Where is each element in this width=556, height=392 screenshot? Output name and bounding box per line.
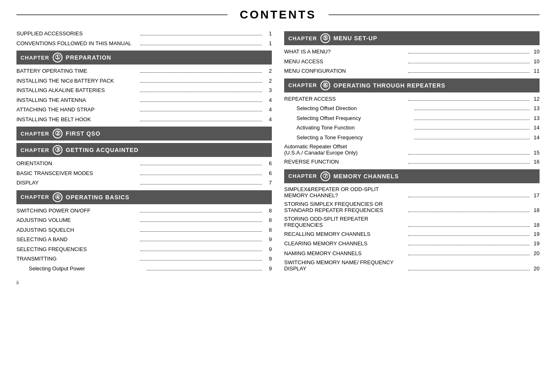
toc-dots	[414, 110, 530, 110]
chapter-title: GETTING ACQUAINTED	[66, 147, 139, 153]
toc-entry: CLEARING MEMORY CHANNELS19	[284, 239, 540, 249]
toc-page-number: 8	[264, 226, 272, 234]
chapter-title: OPERATING THROUGH REPEATERS	[334, 82, 445, 89]
toc-entry: STORING SIMPLEX FREQUENCIES ORSTANDARD R…	[284, 200, 540, 214]
toc-label: CONVENTIONS FOLLOWED IN THIS MANUAL	[16, 39, 139, 48]
footer: ii	[16, 280, 540, 286]
toc-dots	[408, 100, 530, 101]
toc-entry: DISPLAY7	[16, 178, 272, 188]
toc-label: BATTERY OPERATING TIME	[16, 67, 139, 75]
toc-dots	[408, 212, 530, 212]
toc-dots	[140, 35, 262, 35]
chapter-header: CHAPTER④OPERATING BASICS	[16, 190, 272, 204]
toc-label: SIMPLEX&REPEATER OR ODD-SPLITMEMORY CHAN…	[284, 186, 406, 198]
toc-label: REPEATER ACCESS	[284, 95, 406, 103]
chapter-title: MENU SET-UP	[334, 35, 378, 42]
toc-page-number: 17	[531, 192, 540, 198]
toc-entry: Selecting a Tone Frequency14	[284, 133, 540, 143]
toc-label: SWITCHING MEMORY NAME/ FREQUENCYDISPLAY	[284, 259, 406, 272]
toc-dots	[408, 154, 530, 154]
toc-label: Activating Tone Function	[297, 124, 412, 132]
toc-page-number: 15	[531, 150, 540, 156]
toc-entry: SWITCHING MEMORY NAME/ FREQUENCYDISPLAY2…	[284, 258, 540, 273]
toc-page-number: 4	[264, 115, 272, 124]
toc-dots	[140, 184, 262, 184]
toc-page-number: 13	[531, 104, 540, 113]
toc-label: ADJUSTING SQUELCH	[16, 226, 139, 234]
toc-dots	[408, 245, 530, 245]
toc-entry: ADJUSTING VOLUME8	[16, 215, 272, 225]
toc-label: RECALLING MEMORY CHANNELS	[284, 230, 406, 238]
toc-dots	[140, 231, 262, 232]
toc-label: INSTALLING THE BELT HOOK	[16, 115, 139, 124]
toc-page-number: 14	[531, 134, 540, 142]
toc-page-number: 1	[264, 39, 272, 48]
chapter-number: ①	[53, 53, 63, 62]
toc-page-number: 20	[531, 249, 540, 258]
toc-page-number: 10	[531, 58, 540, 66]
toc-page-number: 18	[531, 222, 540, 228]
toc-page-number: 12	[531, 95, 540, 103]
toc-entry: RECALLING MEMORY CHANNELS19	[284, 229, 540, 239]
toc-dots	[408, 163, 530, 164]
toc-dots	[414, 139, 530, 139]
chapter-label: CHAPTER	[21, 147, 49, 153]
toc-dots	[140, 221, 262, 222]
toc-entry: Selecting Offset Frequency13	[284, 113, 540, 123]
toc-page-number: 6	[264, 159, 272, 168]
toc-dots	[146, 270, 262, 270]
toc-entry: BATTERY OPERATING TIME2	[16, 66, 272, 76]
chapter-number: ⑤	[320, 33, 330, 43]
toc-label: BASIC TRANSCEIVER MODES	[16, 169, 139, 178]
toc-entry: MENU ACCESS10	[284, 57, 540, 67]
page-title: CONTENTS	[227, 8, 329, 21]
toc-page-number: 3	[264, 86, 272, 95]
chapter-label: CHAPTER	[21, 55, 49, 61]
toc-entry: Activating Tone Function14	[284, 123, 540, 133]
chapter-header: CHAPTER⑥OPERATING THROUGH REPEATERS	[284, 78, 540, 92]
toc-label: INSTALLING ALKALINE BATTERIES	[16, 86, 139, 95]
toc-entry: Selecting Output Power9	[16, 264, 272, 274]
footer-page-label: ii	[16, 280, 19, 286]
toc-label: SUPPLIED ACCESSORIES	[16, 30, 139, 38]
toc-label: SWITCHING POWER ON/OFF	[16, 207, 139, 215]
toc-label: STORING SIMPLEX FREQUENCIES ORSTANDARD R…	[284, 201, 406, 213]
chapter-label: CHAPTER	[21, 194, 49, 200]
toc-dots	[140, 121, 262, 121]
page-title-bar: CONTENTS	[16, 8, 540, 21]
left-column: SUPPLIED ACCESSORIES1CONVENTIONS FOLLOWE…	[16, 29, 272, 273]
chapter-label: CHAPTER	[288, 82, 317, 88]
toc-entry: SIMPLEX&REPEATER OR ODD-SPLITMEMORY CHAN…	[284, 185, 540, 200]
toc-page-number: 9	[264, 245, 272, 254]
toc-dots	[408, 255, 530, 255]
toc-label: Selecting a Tone Frequency	[297, 134, 412, 142]
toc-page-number: 11	[531, 67, 540, 75]
toc-entry: INSTALLING THE NiCd BATTERY PACK2	[16, 76, 272, 86]
chapter-header: CHAPTER⑤MENU SET-UP	[284, 31, 540, 45]
toc-dots	[408, 270, 530, 270]
toc-page-number: 13	[531, 114, 540, 122]
toc-entry: BASIC TRANSCEIVER MODES6	[16, 168, 272, 178]
toc-label: Selecting Offset Direction	[297, 104, 412, 113]
toc-dots	[140, 72, 262, 73]
toc-entry: SUPPLIED ACCESSORIES1	[16, 29, 272, 39]
toc-page-number: 4	[264, 96, 272, 104]
toc-entry: Automatic Repeater Offset(U.S.A./ Canada…	[284, 142, 540, 157]
toc-dots	[408, 226, 530, 227]
chapter-header: CHAPTER③GETTING ACQUAINTED	[16, 143, 272, 157]
toc-label: INSTALLING THE ANTENNA	[16, 96, 139, 104]
toc-dots	[414, 129, 530, 129]
toc-dots	[140, 212, 262, 212]
chapter-title: FIRST QSO	[66, 130, 100, 137]
toc-dots	[140, 260, 262, 261]
toc-page-number: 9	[264, 235, 272, 244]
toc-dots	[140, 251, 262, 251]
toc-entry: INSTALLING THE BELT HOOK4	[16, 115, 272, 125]
toc-dots	[140, 111, 262, 111]
toc-page-number: 16	[531, 158, 540, 166]
toc-columns: SUPPLIED ACCESSORIES1CONVENTIONS FOLLOWE…	[16, 29, 540, 273]
toc-page-number: 1	[264, 30, 272, 38]
right-column: CHAPTER⑤MENU SET-UPWHAT IS A MENU?10MENU…	[284, 29, 540, 273]
toc-label: MENU ACCESS	[284, 58, 406, 66]
toc-dots	[140, 165, 262, 165]
